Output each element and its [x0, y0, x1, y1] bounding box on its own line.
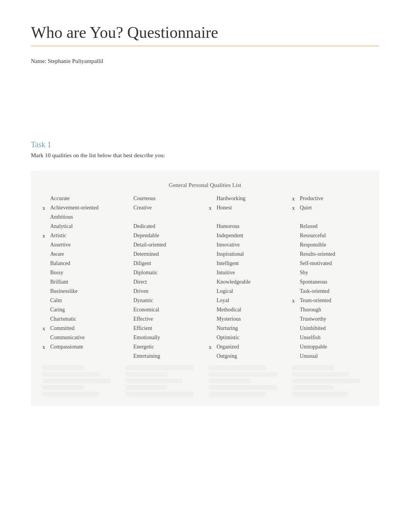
list-item: Unselfish: [292, 335, 368, 343]
quality-label: Loyal: [217, 297, 229, 304]
quality-label: Humorous: [217, 223, 239, 229]
spacer-area: [31, 78, 379, 140]
quality-mark: [42, 279, 49, 279]
list-item: Emotionally: [126, 335, 202, 343]
blurred-rows: [39, 365, 371, 398]
list-item: Knowledgeable: [209, 279, 285, 287]
list-item: Intuitive: [209, 270, 285, 278]
list-item: Inspirational: [209, 251, 285, 260]
quality-mark: x: [42, 344, 49, 350]
list-item: Driven: [126, 288, 202, 297]
quality-label: Creative: [134, 205, 152, 211]
qualities-grid: AccuratexAchievement-orientedAmbitiousAn…: [39, 195, 371, 362]
quality-label: Accurate: [50, 195, 70, 202]
list-item: Logical: [209, 288, 285, 297]
quality-label: Effective: [134, 316, 153, 322]
quality-mark: x: [42, 205, 49, 211]
list-item: xProductive: [292, 195, 368, 204]
list-item: Detail-oriented: [126, 242, 202, 250]
quality-mark: [42, 316, 49, 316]
quality-label: Committed: [50, 325, 75, 331]
list-item: xHonest: [209, 205, 285, 213]
list-item: Courteous: [126, 195, 202, 204]
quality-mark: [42, 335, 49, 335]
quality-mark: [126, 279, 133, 279]
quality-label: Direct: [134, 279, 147, 285]
quality-label: Detail-oriented: [134, 242, 166, 248]
quality-label: Economical: [134, 307, 159, 313]
list-item: Assertive: [42, 242, 118, 250]
list-item: Shy: [292, 270, 368, 278]
quality-mark: [42, 242, 49, 242]
quality-label: Task-oriented: [300, 288, 330, 294]
quality-mark: [292, 325, 299, 326]
quality-mark: [126, 288, 133, 289]
list-item: Resourceful: [292, 233, 368, 241]
quality-label: Driven: [134, 288, 149, 294]
quality-mark: [209, 260, 216, 261]
quality-label: Unselfish: [300, 335, 321, 341]
list-item: Trustworthy: [292, 316, 368, 325]
list-item: Dedicated: [126, 223, 202, 232]
quality-mark: [209, 335, 216, 335]
qualities-col-1: AccuratexAchievement-orientedAmbitiousAn…: [39, 195, 122, 362]
quality-label: Optimistic: [217, 335, 239, 341]
list-item: Direct: [126, 279, 202, 287]
quality-mark: [209, 242, 216, 242]
name-field: Name: Stephanie Puliyampallil: [31, 58, 379, 65]
quality-mark: [126, 195, 133, 196]
quality-label: Bossy: [50, 270, 63, 276]
quality-mark: x: [209, 344, 216, 350]
quality-mark: [126, 297, 133, 298]
qualities-section: General Personal Qualities List Accurate…: [31, 170, 379, 406]
quality-label: Shy: [300, 270, 308, 276]
quality-mark: [292, 288, 299, 289]
list-item: xCommitted: [42, 325, 118, 334]
list-item: xAchievement-oriented: [42, 205, 118, 213]
quality-mark: [292, 335, 299, 335]
quality-label: Quiet: [300, 205, 312, 211]
list-item: Charismatic: [42, 316, 118, 325]
quality-label: Honest: [217, 205, 232, 211]
quality-mark: [209, 353, 216, 354]
quality-label: Brilliant: [50, 279, 68, 285]
quality-mark: [209, 325, 216, 326]
quality-label: Relaxed: [300, 223, 318, 229]
quality-mark: [292, 353, 299, 354]
quality-label: Dynamic: [134, 297, 153, 304]
quality-mark: x: [292, 297, 299, 304]
quality-label: Innovative: [217, 242, 240, 248]
quality-label: Trustworthy: [300, 316, 327, 322]
list-item: Responsible: [292, 242, 368, 250]
quality-label: Unusual: [300, 353, 318, 359]
quality-mark: [42, 288, 49, 289]
quality-label: Knowledgeable: [217, 279, 251, 285]
quality-mark: [126, 233, 133, 233]
quality-mark: [126, 335, 133, 335]
title-divider: [31, 46, 379, 46]
task-heading: Task 1: [31, 140, 379, 149]
quality-label: Results-oriented: [300, 251, 335, 257]
list-item: Unstoppable: [292, 344, 368, 352]
list-item: Optimistic: [209, 335, 285, 343]
quality-mark: [126, 223, 133, 224]
quality-label: Efficient: [134, 325, 152, 331]
quality-mark: [126, 205, 133, 205]
list-item: Bossy: [42, 270, 118, 278]
list-item: Efficient: [126, 325, 202, 334]
quality-mark: [292, 233, 299, 233]
quality-mark: [126, 260, 133, 261]
quality-label: Determined: [134, 251, 159, 257]
list-item: Dependable: [126, 233, 202, 241]
quality-mark: [292, 242, 299, 242]
list-item: Task-oriented: [292, 288, 368, 297]
quality-label: Intelligent: [217, 260, 239, 267]
list-item: Analytical: [42, 223, 118, 232]
list-item: Economical: [126, 307, 202, 315]
quality-label: Emotionally: [134, 335, 160, 341]
list-item: Thorough: [292, 307, 368, 315]
quality-label: Responsible: [300, 242, 326, 248]
quality-spacer: [126, 214, 202, 223]
list-item: Dynamic: [126, 297, 202, 306]
qualities-col-4: xProductivexQuiet RelaxedResourcefulResp…: [288, 195, 372, 362]
